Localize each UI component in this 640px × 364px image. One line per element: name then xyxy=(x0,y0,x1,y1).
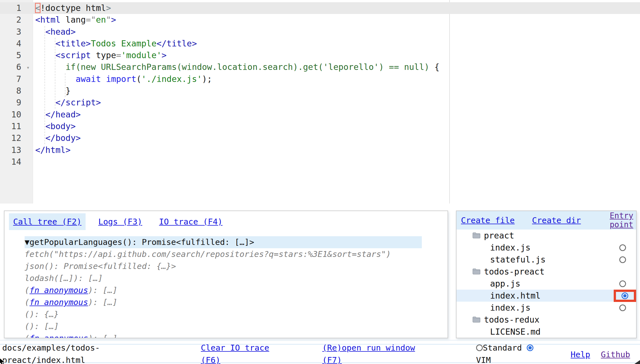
code-line-6[interactable]: 6▾ if(new URLSearchParams(window.locatio… xyxy=(0,61,640,73)
folder-name: todos-preact xyxy=(484,267,545,276)
folder-name: preact xyxy=(484,231,514,240)
create-file-button[interactable]: Create file xyxy=(461,216,515,225)
entry-point-radio[interactable] xyxy=(619,244,626,251)
file-name: app.js xyxy=(490,279,520,289)
line-number: 10 xyxy=(0,109,33,120)
call-tree-text: ): […] xyxy=(88,285,117,295)
annotation-highlight-box xyxy=(614,290,636,302)
entry-point-radio[interactable] xyxy=(619,304,626,311)
call-tree-row[interactable]: lodash([…]): […] xyxy=(25,272,422,284)
line-number: 12 xyxy=(0,132,33,144)
call-tree-row[interactable]: (fn anonymous): […] xyxy=(25,284,422,296)
keybinding-radio-standard[interactable] xyxy=(476,344,483,351)
reopen-run-window-button[interactable]: (Re)open run window (F7) xyxy=(322,343,415,364)
code-line-7[interactable]: 7 await import('./index.js'); xyxy=(0,73,640,85)
keybinding-label[interactable]: VIM xyxy=(476,355,491,364)
file-row-index.html[interactable]: index.html xyxy=(457,290,636,302)
call-tree-row[interactable]: (): {…} xyxy=(25,308,422,320)
call-tree-text: ( xyxy=(25,285,29,295)
folder-row-preact[interactable]: preact xyxy=(457,230,636,242)
panel-tabs: Call tree (F2) Logs (F3) IO trace (F4) xyxy=(4,211,448,230)
file-row-LICENSE.md[interactable]: LICENSE.md xyxy=(457,326,636,338)
line-number: 13 xyxy=(0,144,33,156)
fn-anonymous-link[interactable]: fn anonymous xyxy=(29,297,88,307)
fn-anonymous-link[interactable]: fn anonymous xyxy=(29,285,88,295)
code-editor[interactable]: 1<!doctype html>2<html lang="en">3 <head… xyxy=(0,0,640,204)
entry-point-radio[interactable] xyxy=(622,292,628,299)
call-tree-rows: ▼getPopularLanguages(): Promise<fulfille… xyxy=(4,236,448,338)
line-number: 7 xyxy=(0,73,33,85)
code-text: } xyxy=(33,85,70,97)
current-file-path: docs/examples/todos-preact/index.html xyxy=(2,342,103,364)
code-line-5[interactable]: 5 <script type='module'> xyxy=(0,49,640,61)
code-line-11[interactable]: 11 <body> xyxy=(0,120,640,132)
keybindings-radio-group: Standard VIM xyxy=(476,342,543,364)
code-line-14[interactable]: 14 xyxy=(0,156,640,168)
help-link[interactable]: Help xyxy=(571,350,590,359)
folder-icon xyxy=(472,232,481,239)
code-line-12[interactable]: 12 </body> xyxy=(0,132,640,144)
file-tree: preactindex.jsstateful.jstodos-preactapp… xyxy=(457,230,636,338)
call-tree-text: fetch("https://api.github.com/search/rep… xyxy=(25,249,391,259)
code-text: <title>Todos Example</title> xyxy=(33,38,197,49)
call-tree-row[interactable]: (fn anonymous): […] xyxy=(25,332,422,338)
file-name: index.html xyxy=(490,291,541,301)
create-dir-button[interactable]: Create dir xyxy=(532,216,581,225)
file-row-index.js[interactable]: index.js xyxy=(457,242,636,254)
clear-io-trace-button[interactable]: Clear IO trace (F6) xyxy=(201,343,269,364)
code-line-8[interactable]: 8 } xyxy=(0,85,640,97)
folder-row-todos-redux[interactable]: todos-redux xyxy=(457,314,636,326)
entry-point-radio[interactable] xyxy=(619,256,626,263)
call-tree-row[interactable]: json(): Promise<fulfilled: {…}> xyxy=(25,260,422,272)
code-text: if(new URLSearchParams(window.location.s… xyxy=(33,61,439,73)
entry-point-radio[interactable] xyxy=(619,280,626,287)
code-text: </body> xyxy=(33,132,81,144)
code-line-9[interactable]: 9 </script> xyxy=(0,97,640,108)
call-tree-text: ): […] xyxy=(88,297,117,307)
line-number: 3 xyxy=(0,26,33,38)
file-row-index.js[interactable]: index.js xyxy=(457,302,636,314)
keybinding-label[interactable]: Standard xyxy=(483,343,527,353)
code-text: <html lang="en"> xyxy=(33,14,116,26)
folder-icon xyxy=(472,316,481,323)
call-tree-row[interactable]: ▼getPopularLanguages(): Promise<fulfille… xyxy=(25,236,422,248)
folder-name: todos-redux xyxy=(484,315,540,325)
file-name: stateful.js xyxy=(490,255,546,264)
status-bar: docs/examples/todos-preact/index.html Cl… xyxy=(0,340,640,364)
code-text: <!doctype html> xyxy=(33,2,111,14)
call-tree-panel: Call tree (F2) Logs (F3) IO trace (F4) ▼… xyxy=(4,211,448,338)
line-number: 9 xyxy=(0,97,33,108)
tab-logs[interactable]: Logs (F3) xyxy=(94,213,146,230)
entry-point-link[interactable]: Entry point xyxy=(603,211,633,229)
call-tree-row[interactable]: (fn anonymous): […] xyxy=(25,296,422,308)
call-tree-text: lodash([…]): […] xyxy=(25,273,103,283)
call-tree-text: json(): Promise<fulfilled: {…}> xyxy=(25,261,176,271)
tab-io-trace[interactable]: IO trace (F4) xyxy=(155,213,227,230)
fold-toggle-icon[interactable]: ▾ xyxy=(27,62,30,73)
file-browser-header: Create file Create dir Entry point xyxy=(457,211,636,230)
code-text: <head> xyxy=(33,26,76,38)
code-lines[interactable]: 1<!doctype html>2<html lang="en">3 <head… xyxy=(0,2,640,168)
line-number: 2 xyxy=(0,14,33,26)
code-line-4[interactable]: 4 <title>Todos Example</title> xyxy=(0,38,640,49)
folder-row-todos-preact[interactable]: todos-preact xyxy=(457,266,636,278)
call-tree-text: ( xyxy=(25,297,29,307)
code-line-3[interactable]: 3 <head> xyxy=(0,26,640,38)
code-text: <script type='module'> xyxy=(33,49,167,61)
file-browser-panel: Create file Create dir Entry point preac… xyxy=(456,211,637,338)
file-name: LICENSE.md xyxy=(490,327,541,337)
file-row-app.js[interactable]: app.js xyxy=(457,278,636,290)
call-tree-text: ▼getPopularLanguages(): Promise<fulfille… xyxy=(25,237,254,247)
call-tree-row[interactable]: (): […] xyxy=(25,320,422,332)
call-tree-row[interactable]: fetch("https://api.github.com/search/rep… xyxy=(25,248,422,260)
github-link[interactable]: Github xyxy=(601,350,630,359)
code-line-10[interactable]: 10 </head> xyxy=(0,109,640,120)
tab-call-tree[interactable]: Call tree (F2) xyxy=(9,213,86,230)
keybinding-radio-vim[interactable] xyxy=(527,344,533,351)
code-line-2[interactable]: 2<html lang="en"> xyxy=(0,14,640,26)
fn-anonymous-link[interactable]: fn anonymous xyxy=(29,334,88,338)
code-line-1[interactable]: 1<!doctype html> xyxy=(0,2,640,14)
file-row-stateful.js[interactable]: stateful.js xyxy=(457,254,636,266)
code-line-13[interactable]: 13</html> xyxy=(0,144,640,156)
code-text xyxy=(33,156,35,168)
